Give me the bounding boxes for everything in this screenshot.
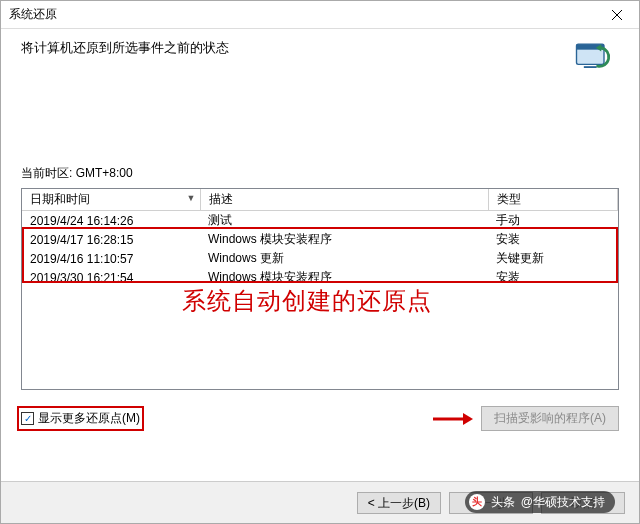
cell-type: 关键更新 (488, 249, 618, 268)
scan-affected-programs-button[interactable]: 扫描受影响的程序(A) (481, 406, 619, 431)
titlebar: 系统还原 (1, 1, 639, 29)
cell-date: 2019/4/16 11:10:57 (22, 249, 200, 268)
back-button[interactable]: < 上一步(B) (357, 492, 441, 514)
wizard-header: 将计算机还原到所选事件之前的状态 (1, 29, 639, 73)
wizard-subtitle: 将计算机还原到所选事件之前的状态 (21, 39, 619, 57)
show-more-label: 显示更多还原点(M) (38, 410, 140, 427)
wizard-body: 当前时区: GMT+8:00 日期和时间 ▼ 描述 (1, 165, 639, 431)
col-type-label: 类型 (497, 192, 521, 206)
col-date-label: 日期和时间 (30, 192, 90, 206)
svg-rect-4 (584, 66, 597, 68)
annotation-text: 系统自动创建的还原点 (182, 285, 432, 317)
col-date[interactable]: 日期和时间 ▼ (22, 189, 200, 211)
svg-marker-7 (463, 413, 473, 425)
cell-type: 安装 (488, 268, 618, 287)
cancel-button[interactable]: 取消 (541, 492, 625, 514)
col-desc[interactable]: 描述 (200, 189, 488, 211)
table-row[interactable]: 2019/4/17 16:28:15 Windows 模块安装程序 安装 (22, 230, 618, 249)
cell-date: 2019/4/24 16:14:26 (22, 211, 200, 231)
cell-desc: Windows 模块安装程序 (200, 268, 488, 287)
cell-type: 安装 (488, 230, 618, 249)
col-type[interactable]: 类型 (488, 189, 618, 211)
system-restore-window: 系统还原 将计算机还原到所选事件之前的状态 当前时区: GMT+8:00 (0, 0, 640, 524)
table-row[interactable]: 2019/4/24 16:14:26 测试 手动 (22, 211, 618, 231)
restore-points-table[interactable]: 日期和时间 ▼ 描述 类型 2019/4/24 16:14:26 (21, 188, 619, 390)
window-title: 系统还原 (9, 6, 57, 23)
next-button[interactable]: 下一步 (449, 492, 533, 514)
cell-date: 2019/4/17 16:28:15 (22, 230, 200, 249)
cell-desc: Windows 更新 (200, 249, 488, 268)
table-row[interactable]: 2019/3/30 16:21:54 Windows 模块安装程序 安装 (22, 268, 618, 287)
checkbox-icon: ✓ (21, 412, 34, 425)
cell-desc: Windows 模块安装程序 (200, 230, 488, 249)
annotation-arrow-icon (433, 411, 473, 427)
timezone-label: 当前时区: GMT+8:00 (21, 165, 619, 182)
cell-date: 2019/3/30 16:21:54 (22, 268, 200, 287)
table-row[interactable]: 2019/4/16 11:10:57 Windows 更新 关键更新 (22, 249, 618, 268)
wizard-buttons: < 上一步(B) 下一步 取消 (1, 481, 639, 523)
system-restore-icon (571, 35, 615, 79)
sort-desc-icon: ▼ (187, 193, 196, 203)
options-row: ✓ 显示更多还原点(M) 扫描受影响的程序(A) (21, 406, 619, 431)
close-button[interactable] (595, 1, 639, 29)
col-desc-label: 描述 (209, 192, 233, 206)
cell-desc: 测试 (200, 211, 488, 231)
show-more-checkbox[interactable]: ✓ 显示更多还原点(M) (21, 410, 140, 427)
cell-type: 手动 (488, 211, 618, 231)
close-icon (612, 10, 622, 20)
